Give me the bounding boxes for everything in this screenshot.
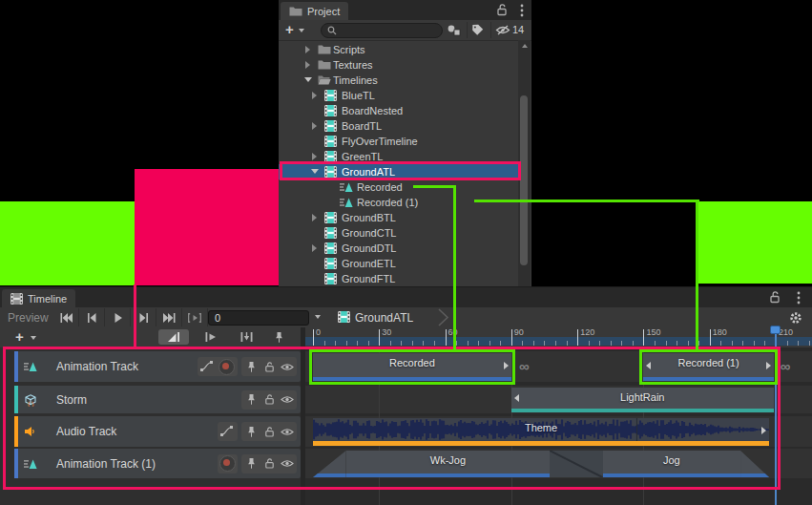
skip-start-button[interactable] [53,308,79,326]
ruler-tick-label: 210 [779,327,793,337]
expand-arrow-icon[interactable] [305,61,310,69]
preview-toggle[interactable]: Preview [8,311,49,325]
pin-toggle[interactable] [244,393,260,407]
clip-recorded[interactable]: Recorded [313,353,511,381]
ruler-minor-tick [390,341,391,346]
clip-right-arrow-icon [765,362,771,369]
breadcrumb[interactable]: GroundATL [332,307,466,327]
expand-arrow-icon[interactable] [305,46,310,53]
playhead-handle[interactable] [770,326,781,334]
mix-mode-button[interactable] [158,329,189,345]
track-header-audio-track[interactable]: Audio Track [14,416,301,447]
ruler-minor-tick [589,341,590,346]
timeline-icon [324,212,337,223]
tree-item-textures[interactable]: Textures [279,57,518,73]
scrollbar-thumb[interactable] [520,95,528,265]
tree-item-timelines[interactable]: Timelines [279,73,518,88]
clip-label: Theme [313,422,769,433]
tree-item-grounddtl[interactable]: GroundDTL [279,241,518,256]
skip-end-button[interactable] [156,308,182,326]
lock-toggle[interactable] [261,425,277,438]
track-header-storm[interactable]: {}Storm [14,386,301,413]
pin-toggle[interactable] [244,457,260,471]
ruler-minor-tick [688,341,689,346]
scrollbar-up-arrow-icon[interactable] [522,44,528,48]
ripple-mode-button[interactable] [197,329,225,345]
expand-arrow-icon[interactable] [312,122,317,130]
play-button[interactable] [105,308,131,326]
eye-toggle[interactable] [280,425,295,438]
frame-dropdown-caret-icon[interactable] [315,315,321,319]
tree-item-boardnested[interactable]: BoardNested [279,103,518,118]
tab-timeline[interactable]: Timeline [2,289,75,307]
timeline-toolbar: Preview 0 GroundATL [0,307,812,328]
play-range-button[interactable] [182,308,208,326]
replace-mode-button[interactable] [233,329,260,345]
pin-toggle[interactable] [244,360,260,373]
tree-item-scripts[interactable]: Scripts [279,42,518,57]
lock-toggle[interactable] [261,457,277,471]
tree-item-label: Timelines [333,74,378,86]
kebab-menu-icon[interactable] [797,291,801,305]
project-scrollbar[interactable] [518,40,531,286]
tree-item-flyovertimeline[interactable]: FlyOverTimeline [279,134,518,149]
track-color-stripe [14,386,18,413]
track-header-animation-track-1-[interactable]: Animation Track (1) [14,449,301,478]
ruler-minor-tick [567,341,568,346]
scene-green-quad-right [698,201,812,284]
eye-toggle[interactable] [280,393,295,407]
record-button[interactable] [219,455,236,472]
pin-toggle[interactable] [244,425,260,438]
ruler-minor-tick [677,341,677,346]
clip-recorded-1-[interactable]: Recorded (1) [643,353,773,381]
ruler-minor-tick [787,341,788,346]
tree-item-recorded[interactable]: Recorded [279,179,518,195]
tree-item-groundetl[interactable]: GroundETL [279,256,518,271]
tree-item-groundbtl[interactable]: GroundBTL [279,210,518,225]
ruler-major-tick [379,329,380,346]
previous-frame-button[interactable] [79,308,105,326]
script-cube-icon: {} [24,394,37,407]
collapse-arrow-icon[interactable] [311,169,319,174]
clip-jog[interactable]: Jog [603,451,740,477]
unlock-icon[interactable] [770,291,780,304]
time-ruler[interactable]: 0306090120150180210 [305,327,812,347]
eye-toggle[interactable] [280,360,295,373]
next-frame-button[interactable] [131,308,156,326]
anim-clip-icon [340,197,353,208]
clip-theme[interactable]: Theme [313,418,769,446]
tree-item-groundftl[interactable]: GroundFTL [279,271,518,286]
curves-button[interactable] [220,426,235,438]
caret-down-icon[interactable] [31,336,36,340]
tree-item-greentl[interactable]: GreenTL [279,149,518,164]
pin-markers-button[interactable] [269,329,288,345]
clip-color-stripe [511,409,774,412]
record-dot-icon [222,363,229,369]
expand-arrow-icon[interactable] [312,244,317,252]
frame-field[interactable]: 0 [208,310,309,326]
tree-item-groundctl[interactable]: GroundCTL [279,225,518,241]
tree-item-recorded-1-[interactable]: Recorded (1) [279,195,518,210]
eye-toggle[interactable] [280,457,295,471]
clip-lightrain[interactable]: LightRain [511,388,774,412]
tree-item-boardtl[interactable]: BoardTL [279,118,518,134]
expand-arrow-icon[interactable] [312,92,317,99]
lock-toggle[interactable] [261,393,277,407]
ruler-minor-tick [357,341,358,346]
record-button[interactable] [219,359,235,375]
clip-wk-jog[interactable]: Wk-Jog [346,451,551,477]
tree-item-label: BlueTL [342,90,375,101]
lock-toggle[interactable] [261,360,277,373]
curves-button[interactable] [200,361,215,373]
gear-icon[interactable] [789,311,802,325]
expand-arrow-icon[interactable] [312,214,317,221]
tree-item-groundatl[interactable]: GroundATL [279,164,518,179]
clip-blend[interactable] [550,451,602,477]
tree-item-bluetl[interactable]: BlueTL [279,88,518,103]
collapse-arrow-icon[interactable] [304,77,312,82]
add-track-button[interactable]: + [15,329,24,344]
clip-right-arrow-icon [760,427,766,434]
ruler-minor-tick [335,341,336,346]
expand-arrow-icon[interactable] [312,153,317,160]
track-header-animation-track[interactable]: Animation Track [14,351,301,382]
